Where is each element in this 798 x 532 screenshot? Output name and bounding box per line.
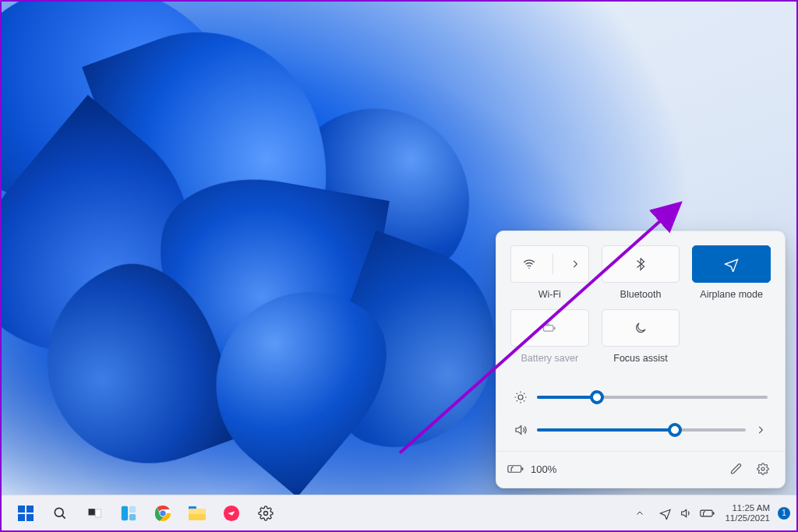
battery-status[interactable]: 100% <box>507 463 556 475</box>
svg-point-22 <box>264 511 268 515</box>
airplane-tile-wrap: Airplane mode <box>692 245 771 301</box>
focus-assist-label: Focus assist <box>613 353 667 365</box>
brightness-slider-row <box>514 381 768 414</box>
wifi-toggle[interactable] <box>510 245 589 283</box>
task-view-button[interactable] <box>79 499 109 528</box>
bluetooth-icon <box>634 257 648 271</box>
svg-rect-17 <box>129 513 136 520</box>
chrome-taskbar-button[interactable] <box>148 499 178 528</box>
taskbar-right: 11:25 AM 11/25/2021 1 <box>630 499 790 528</box>
chrome-icon <box>154 505 171 522</box>
focus-assist-tile-wrap: Focus assist <box>602 309 680 365</box>
gear-icon <box>258 506 274 521</box>
svg-rect-5 <box>522 467 524 470</box>
chevron-right-icon[interactable] <box>570 259 581 270</box>
bluetooth-label: Bluetooth <box>620 289 662 301</box>
wifi-tile-wrap: Wi-Fi <box>510 245 589 301</box>
taskbar: 11:25 AM 11/25/2021 1 <box>2 495 796 530</box>
tray-overflow-button[interactable] <box>630 499 650 528</box>
svg-point-3 <box>518 395 523 400</box>
svg-rect-13 <box>89 509 95 515</box>
file-explorer-taskbar-button[interactable] <box>182 499 212 528</box>
svg-rect-16 <box>129 506 136 512</box>
system-tray[interactable] <box>655 507 720 520</box>
bluetooth-tile-wrap: Bluetooth <box>602 245 680 301</box>
gear-icon <box>757 463 769 475</box>
taskbar-left <box>11 499 281 528</box>
svg-rect-24 <box>713 512 715 514</box>
svg-rect-2 <box>554 327 556 329</box>
svg-rect-23 <box>701 510 712 516</box>
quick-settings-footer: 100% <box>496 451 785 488</box>
search-button[interactable] <box>45 499 75 528</box>
open-settings-button[interactable] <box>752 458 774 480</box>
brightness-slider[interactable] <box>537 389 768 405</box>
app-icon <box>223 505 240 522</box>
volume-icon <box>514 423 528 437</box>
battery-saver-tile-wrap: Battery saver <box>510 309 589 365</box>
quick-settings-panel: Wi-Fi Bluetooth <box>496 231 786 488</box>
svg-rect-14 <box>96 509 101 517</box>
svg-rect-4 <box>508 466 521 472</box>
battery-icon <box>507 463 524 474</box>
battery-saver-icon <box>542 320 557 336</box>
focus-assist-toggle[interactable] <box>602 309 680 347</box>
file-explorer-icon <box>189 506 206 520</box>
volume-slider-row <box>514 414 768 446</box>
svg-rect-15 <box>122 506 128 520</box>
volume-tray-icon <box>680 507 692 520</box>
bluetooth-toggle[interactable] <box>602 245 680 283</box>
pencil-icon <box>730 463 743 475</box>
task-view-icon <box>87 506 102 521</box>
settings-taskbar-button[interactable] <box>251 499 281 528</box>
svg-rect-11 <box>26 514 34 521</box>
brightness-icon <box>514 390 528 404</box>
clock-date: 11/25/2021 <box>725 513 770 523</box>
widgets-button[interactable] <box>114 499 143 528</box>
moon-icon <box>634 321 648 335</box>
chevron-up-icon <box>635 509 644 518</box>
airplane-label: Airplane mode <box>700 289 763 301</box>
wifi-icon <box>522 257 536 271</box>
battery-tray-icon <box>700 509 715 518</box>
airplane-tray-icon <box>659 507 672 520</box>
quick-settings-tiles: Wi-Fi Bluetooth <box>496 231 785 368</box>
notification-badge[interactable]: 1 <box>778 507 790 520</box>
start-button[interactable] <box>11 499 41 528</box>
battery-percentage: 100% <box>531 463 556 475</box>
widgets-icon <box>120 505 137 522</box>
svg-rect-8 <box>18 506 25 513</box>
taskbar-clock[interactable]: 11:25 AM 11/25/2021 <box>725 503 773 523</box>
wifi-label: Wi-Fi <box>538 289 561 301</box>
search-icon <box>52 506 68 521</box>
sliders-section <box>496 368 785 451</box>
svg-point-12 <box>55 508 63 516</box>
svg-point-6 <box>761 467 764 470</box>
edit-quick-settings-button[interactable] <box>726 458 747 480</box>
app-taskbar-button[interactable] <box>217 499 246 528</box>
volume-slider[interactable] <box>537 422 746 438</box>
windows-logo-icon <box>17 505 34 522</box>
airplane-mode-toggle[interactable] <box>692 245 771 283</box>
battery-saver-label: Battery saver <box>521 353 579 365</box>
volume-flyout-chevron[interactable] <box>755 425 768 435</box>
airplane-icon <box>724 256 740 272</box>
svg-rect-9 <box>26 506 34 513</box>
svg-point-0 <box>528 268 530 270</box>
clock-time: 11:25 AM <box>725 503 770 513</box>
svg-rect-10 <box>18 514 25 521</box>
desktop: Wi-Fi Bluetooth <box>2 2 796 530</box>
battery-saver-toggle <box>510 309 589 347</box>
svg-rect-1 <box>544 326 554 332</box>
